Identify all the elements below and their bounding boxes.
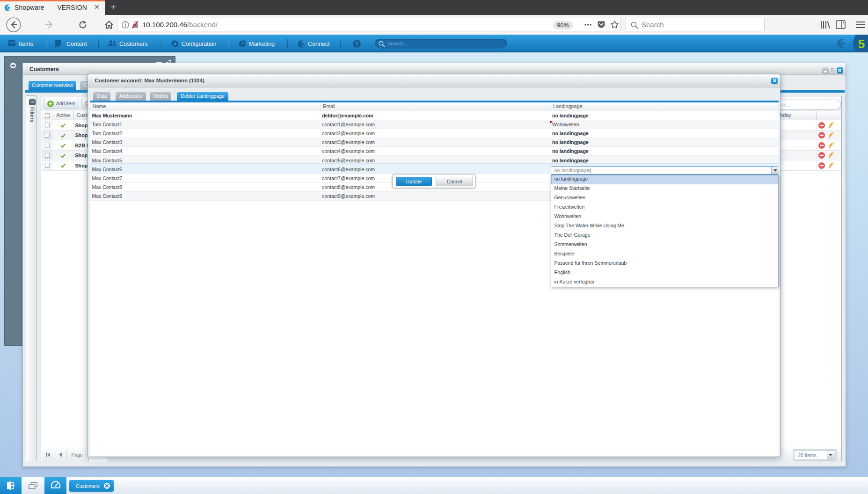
svg-text:5: 5: [858, 37, 865, 51]
svg-text:?: ?: [355, 41, 358, 47]
